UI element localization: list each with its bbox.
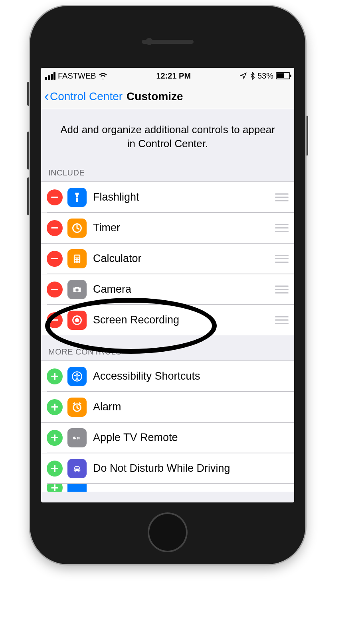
cellular-signal-icon	[45, 72, 55, 80]
apple-tv-icon: tv	[67, 428, 87, 447]
remove-button[interactable]	[47, 282, 63, 297]
svg-point-0	[76, 197, 77, 198]
screen-recording-icon	[67, 311, 87, 330]
svg-point-15	[75, 318, 79, 322]
svg-point-17	[76, 373, 78, 375]
volume-up	[27, 132, 30, 169]
home-button[interactable]	[148, 512, 188, 552]
clock: 12:21 PM	[156, 71, 191, 81]
battery-icon	[276, 72, 290, 79]
back-button[interactable]: Control Center	[50, 90, 123, 103]
section-header-include: INCLUDE	[41, 165, 294, 181]
car-icon	[67, 459, 87, 478]
list-item-alarm[interactable]: Alarm	[41, 392, 294, 422]
list-item-partial[interactable]	[41, 484, 294, 492]
alarm-icon	[67, 398, 87, 417]
item-label: Timer	[93, 222, 275, 234]
calculator-icon	[67, 249, 87, 268]
list-item-camera[interactable]: Camera	[41, 274, 294, 305]
add-button[interactable]	[47, 484, 63, 492]
svg-point-11	[77, 262, 78, 263]
svg-point-6	[78, 258, 79, 259]
add-button[interactable]	[47, 461, 63, 477]
svg-point-7	[75, 260, 76, 261]
list-item-apple-tv-remote[interactable]: tv Apple TV Remote	[41, 422, 294, 453]
camera-icon	[67, 280, 87, 299]
svg-point-13	[75, 288, 78, 291]
volume-down	[27, 177, 30, 215]
item-label: Apple TV Remote	[93, 431, 289, 444]
list-item-calculator[interactable]: Calculator	[41, 243, 294, 274]
svg-point-4	[75, 258, 76, 259]
add-button[interactable]	[47, 368, 63, 384]
include-list: Flashlight Timer Calculator	[41, 181, 294, 335]
item-label: Calculator	[93, 252, 275, 265]
item-label: Screen Recording	[93, 314, 275, 326]
item-label: Alarm	[93, 401, 289, 413]
list-item-accessibility-shortcuts[interactable]: Accessibility Shortcuts	[41, 361, 294, 392]
item-label: Camera	[93, 283, 275, 295]
add-button[interactable]	[47, 399, 63, 415]
earpiece	[142, 40, 194, 44]
status-bar: FASTWEB 12:21 PM 53%	[41, 68, 294, 84]
svg-point-5	[77, 258, 78, 259]
unknown-icon	[67, 484, 87, 492]
remove-button[interactable]	[47, 220, 63, 236]
intro-text: Add and organize additional controls to …	[41, 109, 294, 165]
item-label: Accessibility Shortcuts	[93, 370, 289, 382]
wifi-icon	[99, 72, 107, 79]
svg-point-10	[75, 262, 76, 263]
item-label: Do Not Disturb While Driving	[93, 462, 289, 475]
mute-switch	[27, 82, 30, 106]
bluetooth-icon	[249, 72, 255, 80]
list-item-dnd-driving[interactable]: Do Not Disturb While Driving	[41, 453, 294, 484]
nav-bar: ‹ Control Center Customize	[41, 84, 294, 109]
section-header-more: MORE CONTROLS	[41, 335, 294, 360]
drag-handle-icon[interactable]	[275, 193, 289, 201]
timer-icon	[67, 219, 87, 238]
drag-handle-icon[interactable]	[275, 224, 289, 232]
back-chevron-icon[interactable]: ‹	[44, 88, 49, 105]
carrier-label: FASTWEB	[58, 71, 96, 81]
drag-handle-icon[interactable]	[275, 286, 289, 293]
battery-percent: 53%	[257, 71, 273, 81]
svg-rect-3	[75, 256, 79, 258]
add-button[interactable]	[47, 430, 63, 446]
drag-handle-icon[interactable]	[275, 316, 289, 324]
remove-button[interactable]	[47, 251, 63, 267]
drag-handle-icon[interactable]	[275, 255, 289, 263]
item-label: Flashlight	[93, 191, 275, 203]
svg-point-8	[77, 260, 78, 261]
power-button	[305, 116, 308, 156]
accessibility-icon	[67, 367, 87, 386]
remove-button[interactable]	[47, 189, 63, 205]
list-item-flashlight[interactable]: Flashlight	[41, 182, 294, 213]
list-item-timer[interactable]: Timer	[41, 213, 294, 243]
remove-button[interactable]	[47, 312, 63, 328]
location-icon	[240, 72, 247, 79]
device-frame: FASTWEB 12:21 PM 53% ‹ Control Center Cu…	[30, 6, 305, 564]
list-item-screen-recording[interactable]: Screen Recording	[41, 305, 294, 335]
screen: FASTWEB 12:21 PM 53% ‹ Control Center Cu…	[41, 68, 294, 502]
svg-point-12	[78, 262, 79, 263]
more-controls-list: Accessibility Shortcuts Alarm tv Apple T…	[41, 360, 294, 492]
svg-point-9	[78, 260, 79, 261]
page-title: Customize	[127, 90, 183, 103]
flashlight-icon	[67, 188, 87, 207]
svg-text:tv: tv	[77, 436, 80, 440]
